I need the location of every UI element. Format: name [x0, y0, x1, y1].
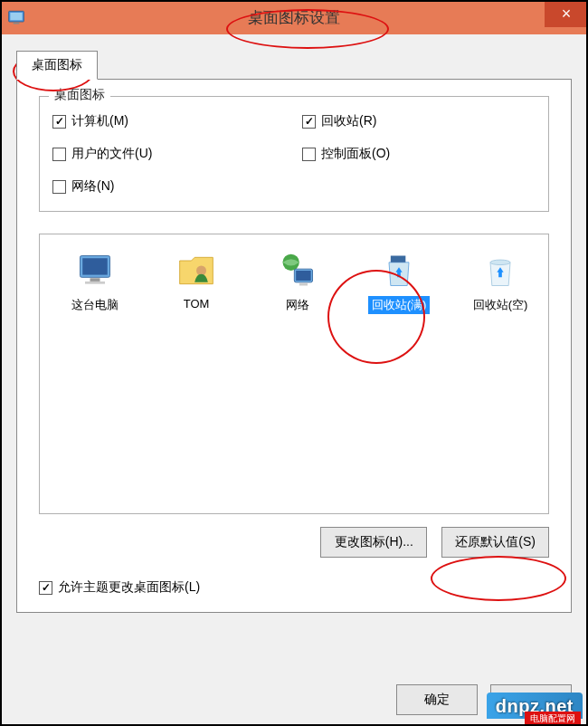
icon-row: 这台电脑 TOM — [49, 247, 539, 318]
ok-button[interactable]: 确定 — [396, 684, 478, 715]
change-icon-button[interactable]: 更改图标(H)... — [320, 527, 427, 558]
desktop-icons-fieldset: 桌面图标 计算机(M) 回收站(R) 用户的文件(U) 控制面板(O) — [39, 96, 549, 212]
svg-rect-6 — [85, 282, 105, 284]
svg-rect-2 — [14, 23, 20, 24]
svg-rect-1 — [10, 13, 22, 20]
tab-panel: 桌面图标 计算机(M) 回收站(R) 用户的文件(U) 控制面板(O) — [16, 79, 572, 613]
icon-label: 网络 — [282, 296, 313, 314]
checkbox-control-panel[interactable]: 控制面板(O) — [302, 146, 536, 162]
icon-list: 这台电脑 TOM — [39, 234, 549, 514]
icon-item-user[interactable]: TOM — [157, 247, 235, 318]
button-label: 确定 — [424, 692, 450, 706]
svg-rect-10 — [296, 271, 311, 281]
checkbox-recycle[interactable]: 回收站(R) — [302, 113, 536, 129]
computer-icon — [75, 251, 115, 291]
checkbox-label: 回收站(R) — [321, 113, 376, 129]
icon-label: 回收站(空) — [469, 296, 532, 314]
checkbox-computer[interactable]: 计算机(M) — [52, 113, 286, 129]
svg-rect-11 — [299, 283, 308, 286]
watermark-sub: 电脑配置网 — [525, 712, 581, 726]
button-label: 还原默认值(S) — [455, 534, 536, 549]
icon-item-recycle-full[interactable]: 回收站(满) — [360, 247, 438, 318]
icon-label: 这台电脑 — [68, 296, 122, 314]
button-label: 更改图标(H)... — [335, 534, 413, 549]
content-area: 桌面图标 桌面图标 计算机(M) 回收站(R) 用户的文件(U) — [0, 34, 588, 726]
recycle-empty-icon — [480, 251, 520, 291]
checkbox-icon — [52, 180, 66, 194]
close-button[interactable]: × — [545, 0, 588, 27]
checkbox-label: 允许主题更改桌面图标(L) — [58, 579, 200, 596]
personalization-icon — [7, 8, 25, 26]
fieldset-legend: 桌面图标 — [49, 87, 110, 103]
checkbox-icon — [52, 148, 66, 161]
window-title: 桌面图标设置 — [248, 7, 340, 28]
checkbox-label: 用户的文件(U) — [71, 146, 152, 162]
tab-label: 桌面图标 — [32, 57, 82, 72]
user-folder-icon — [176, 251, 216, 291]
icon-label: TOM — [180, 296, 213, 311]
checkbox-network[interactable]: 网络(N) — [52, 178, 286, 195]
titlebar: 桌面图标设置 × — [0, 0, 588, 34]
recycle-full-icon — [379, 251, 419, 291]
tab-desktop-icons[interactable]: 桌面图标 — [16, 51, 98, 80]
icon-item-thispc[interactable]: 这台电脑 — [56, 247, 134, 318]
checkbox-icon — [302, 115, 316, 129]
icon-button-row: 更改图标(H)... 还原默认值(S) — [39, 527, 549, 558]
icon-item-network[interactable]: 网络 — [259, 247, 337, 318]
checkbox-icon — [302, 148, 316, 161]
checkbox-icon — [52, 115, 66, 129]
checkbox-icon — [39, 581, 52, 595]
checkbox-grid: 计算机(M) 回收站(R) 用户的文件(U) 控制面板(O) 网络(N) — [52, 113, 536, 195]
svg-rect-5 — [90, 278, 100, 282]
svg-rect-4 — [82, 258, 108, 274]
allow-theme-checkbox[interactable]: 允许主题更改桌面图标(L) — [39, 579, 549, 596]
checkbox-label: 控制面板(O) — [321, 146, 390, 162]
svg-point-13 — [490, 260, 510, 265]
network-icon — [278, 251, 318, 291]
svg-rect-12 — [391, 256, 406, 263]
checkbox-userfiles[interactable]: 用户的文件(U) — [52, 146, 286, 162]
close-icon: × — [562, 5, 572, 24]
checkbox-label: 网络(N) — [71, 178, 114, 195]
restore-default-button[interactable]: 还原默认值(S) — [441, 527, 549, 558]
tab-strip: 桌面图标 — [16, 51, 572, 80]
icon-item-recycle-empty[interactable]: 回收站(空) — [461, 247, 539, 318]
checkbox-label: 计算机(M) — [71, 113, 128, 129]
icon-label: 回收站(满) — [368, 296, 431, 314]
